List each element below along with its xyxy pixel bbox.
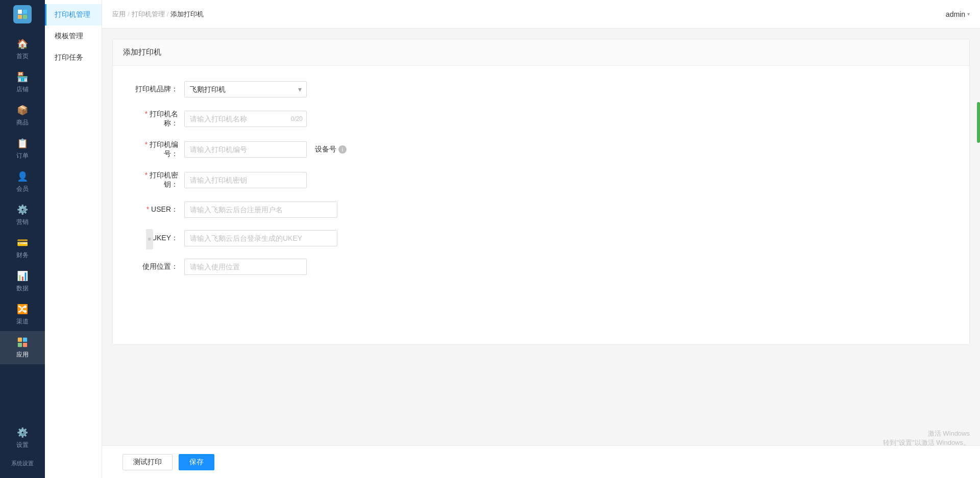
device-label-text: 设备号 — [315, 145, 336, 154]
sidebar-item-system[interactable]: 系统设置 — [0, 455, 45, 472]
svg-rect-7 — [23, 343, 27, 347]
name-label: 打印机名称： — [133, 110, 184, 128]
location-label: 使用位置： — [133, 262, 184, 271]
svg-rect-0 — [18, 10, 22, 14]
name-input[interactable] — [184, 111, 307, 127]
sidebar-item-label: 应用 — [16, 350, 29, 359]
save-button[interactable]: 保存 — [179, 454, 214, 470]
sidebar-item-label: 设置 — [16, 441, 29, 449]
sidebar-item-order[interactable]: 📋 订单 — [0, 132, 45, 165]
admin-label: admin — [946, 10, 965, 18]
breadcrumb: 应用 / 打印机管理 / 添加打印机 — [112, 10, 204, 19]
sidebar-item-label: 营销 — [16, 218, 29, 227]
sidebar-logo — [0, 0, 45, 29]
admin-menu-button[interactable]: admin ▾ — [946, 10, 970, 18]
settings-icon: ⚙️ — [16, 426, 29, 439]
header-left: 应用 / 打印机管理 / 添加打印机 添加打印机 — [112, 10, 204, 19]
brand-select-wrapper: 飞鹅打印机 佳博打印机 爱普生打印机 — [184, 81, 307, 97]
key-label: 打印机密钥： — [133, 171, 184, 189]
form-row-name: 打印机名称： 0/20 — [133, 110, 949, 128]
sidebar-item-label: 订单 — [16, 152, 29, 160]
svg-rect-3 — [23, 15, 27, 19]
content-area: 添加打印机 打印机品牌： 飞鹅打印机 佳博打印机 爱普生打印机 — [102, 29, 980, 445]
finance-icon: 💳 — [16, 237, 29, 249]
top-header: 应用 / 打印机管理 / 添加打印机 添加打印机 admin ▾ — [102, 0, 980, 29]
sidebar-item-app[interactable]: 应用 — [0, 331, 45, 364]
form-row-serial: 打印机编号： 设备号 i — [133, 140, 949, 159]
goods-icon: 📦 — [16, 104, 29, 116]
test-print-button[interactable]: 测试打印 — [122, 454, 173, 470]
sidebar-item-data[interactable]: 📊 数据 — [0, 265, 45, 298]
ukey-label: UKEY： — [133, 234, 184, 243]
device-label-group: 设备号 i — [315, 145, 347, 154]
home-icon: 🏠 — [16, 38, 29, 50]
app-icon — [16, 336, 29, 348]
svg-rect-4 — [18, 338, 22, 342]
device-info-icon[interactable]: i — [338, 145, 347, 154]
name-count: 0/20 — [291, 115, 303, 122]
sidebar-item-label: 数据 — [16, 284, 29, 293]
member-icon: 👤 — [16, 170, 29, 183]
sidebar-item-label: 店铺 — [16, 85, 29, 94]
sidebar-item-label: 渠道 — [16, 317, 29, 326]
secondary-sidebar: 打印机管理 模板管理 打印任务 ≡ — [45, 0, 102, 478]
sidebar-bottom: ⚙️ 设置 系统设置 — [0, 421, 45, 478]
form-row-location: 使用位置： — [133, 259, 949, 275]
key-input[interactable] — [184, 172, 307, 188]
sidebar-item-finance[interactable]: 💳 财务 — [0, 232, 45, 265]
svg-rect-1 — [23, 10, 27, 14]
channel-icon: 🔀 — [16, 303, 29, 315]
location-input[interactable] — [184, 259, 307, 275]
sidebar: 🏠 首页 🏪 店铺 📦 商品 📋 订单 👤 会员 ⚙️ 营销 💳 财务 📊 — [0, 0, 45, 478]
form-card: 添加打印机 打印机品牌： 飞鹅打印机 佳博打印机 爱普生打印机 — [112, 39, 970, 345]
name-input-wrapper: 0/20 — [184, 111, 307, 127]
serial-label: 打印机编号： — [133, 140, 184, 159]
sidebar-item-marketing[interactable]: ⚙️ 营销 — [0, 198, 45, 232]
bottom-bar: 测试打印 保存 — [102, 445, 980, 478]
svg-rect-5 — [23, 338, 27, 342]
sidebar-item-label: 财务 — [16, 251, 29, 260]
store-icon: 🏪 — [16, 71, 29, 83]
sidebar-item-label: 首页 — [16, 52, 29, 61]
form-body: 打印机品牌： 飞鹅打印机 佳博打印机 爱普生打印机 打印机名称： — [113, 66, 969, 303]
breadcrumb-current: 添加打印机 — [170, 10, 204, 19]
sidebar-nav: 🏠 首页 🏪 店铺 📦 商品 📋 订单 👤 会员 ⚙️ 营销 💳 财务 📊 — [0, 29, 45, 421]
main-wrapper: 应用 / 打印机管理 / 添加打印机 添加打印机 admin ▾ 添加打印机 — [102, 0, 980, 478]
header-right: admin ▾ — [946, 10, 970, 18]
scrollbar-indicator — [977, 102, 980, 143]
svg-rect-2 — [18, 15, 22, 19]
sidebar-item-channel[interactable]: 🔀 渠道 — [0, 298, 45, 331]
breadcrumb-sep-2: / — [167, 10, 169, 18]
sidebar-item-store[interactable]: 🏪 店铺 — [0, 66, 45, 99]
data-icon: 📊 — [16, 270, 29, 282]
breadcrumb-app[interactable]: 应用 — [112, 10, 126, 19]
breadcrumb-sep-1: / — [128, 10, 130, 18]
user-label: USER： — [133, 205, 184, 214]
svg-rect-6 — [18, 343, 22, 347]
serial-input[interactable] — [184, 141, 307, 158]
sidebar-item-member[interactable]: 👤 会员 — [0, 165, 45, 198]
secondary-item-print-task[interactable]: 打印任务 — [45, 47, 102, 68]
secondary-item-template-mgmt[interactable]: 模板管理 — [45, 26, 102, 47]
sidebar-item-settings[interactable]: ⚙️ 设置 — [0, 421, 45, 455]
chevron-down-icon: ▾ — [967, 11, 970, 17]
order-icon: 📋 — [16, 137, 29, 149]
form-row-key: 打印机密钥： — [133, 171, 949, 189]
user-input[interactable] — [184, 202, 337, 218]
marketing-icon: ⚙️ — [16, 204, 29, 216]
breadcrumb-printer-mgmt[interactable]: 打印机管理 — [132, 10, 165, 19]
secondary-item-printer-mgmt[interactable]: 打印机管理 — [45, 4, 102, 26]
system-settings-label: 系统设置 — [11, 460, 34, 467]
sidebar-item-label: 商品 — [16, 118, 29, 127]
app-logo — [13, 5, 32, 23]
sidebar-item-home[interactable]: 🏠 首页 — [0, 33, 45, 66]
brand-select[interactable]: 飞鹅打印机 佳博打印机 爱普生打印机 — [184, 81, 307, 97]
form-row-ukey: UKEY： — [133, 230, 949, 246]
ukey-input[interactable] — [184, 230, 337, 246]
collapse-sidebar-button[interactable]: ≡ — [146, 229, 153, 249]
form-row-user: USER： — [133, 202, 949, 218]
sidebar-item-label: 会员 — [16, 185, 29, 193]
brand-label: 打印机品牌： — [133, 85, 184, 94]
form-row-brand: 打印机品牌： 飞鹅打印机 佳博打印机 爱普生打印机 — [133, 81, 949, 97]
sidebar-item-goods[interactable]: 📦 商品 — [0, 99, 45, 132]
